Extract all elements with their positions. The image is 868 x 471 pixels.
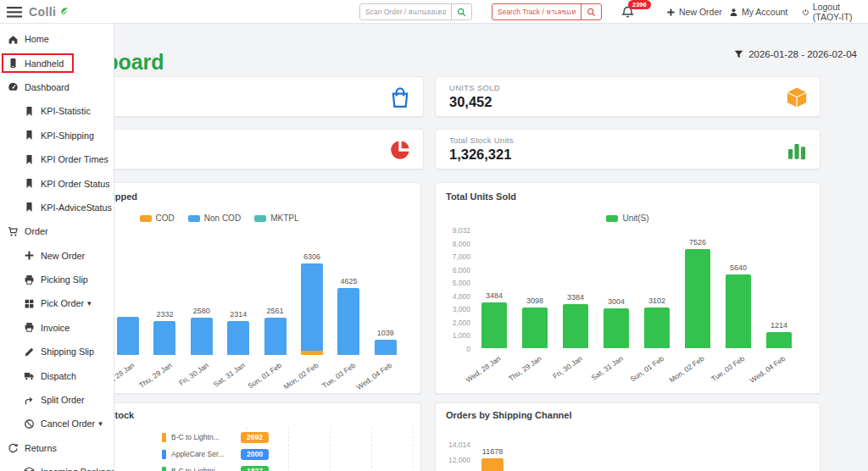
sidebar-item-label: New Order — [41, 251, 85, 261]
bar-chart-icon — [786, 139, 808, 161]
chart-bar — [301, 263, 323, 355]
main-content: Dashboard 2026-01-28 - 2026-02-04 UNITS … — [0, 24, 868, 471]
leaf-icon — [58, 7, 69, 17]
new-order-button[interactable]: New Order — [666, 0, 722, 24]
stock-list-item[interactable]: B-C to Lightni...1827 — [162, 464, 269, 471]
sidebar-item-order[interactable]: Order — [0, 219, 114, 243]
sidebar-item-kpi-statistic[interactable]: KPI-Statistic — [0, 99, 114, 123]
x-axis-label: Thu, 29 Jan — [507, 354, 543, 383]
shipping-channel-plot: 11678 — [436, 403, 820, 471]
sidebar-item-label: Split Order — [41, 395, 85, 405]
sidebar-item-label: Invoice — [41, 323, 70, 333]
search-icon — [587, 8, 596, 17]
sidebar-item-label: KPI Order Times — [41, 154, 108, 164]
sidebar-item-incoming-package[interactable]: Incoming Package — [0, 460, 114, 471]
gridline — [330, 427, 331, 471]
sidebar-item-new-order[interactable]: New Order — [0, 244, 114, 268]
sidebar-item-shipping-slip[interactable]: Shipping Slip — [0, 340, 114, 363]
series-chip — [162, 467, 166, 471]
sidebar-item-home[interactable]: Home — [0, 27, 114, 51]
scan-order-search-box — [359, 3, 472, 20]
bar-value-label: 5640 — [718, 263, 759, 272]
bar-value-label: 1214 — [759, 321, 799, 330]
gridline — [288, 427, 289, 471]
x-axis-label: Sat, 31 Jan — [590, 354, 625, 382]
sidebar-item-returns[interactable]: Returns — [0, 436, 114, 460]
stock-item-label: B-C to Lightni... — [171, 467, 237, 471]
search-track-search-button[interactable] — [581, 4, 601, 19]
sidebar-item-label: Returns — [25, 443, 57, 453]
bar-value-label: 3098 — [515, 296, 555, 305]
series-chip — [162, 433, 166, 442]
sidebar-item-split-order[interactable]: Split Order — [0, 388, 114, 412]
units-sold-plot: 3484Wed, 28 Jan3098Thu, 29 Jan3384Fri, 3… — [436, 183, 820, 393]
sidebar-item-picking-slip[interactable]: Picking Slip — [0, 268, 114, 291]
truck-icon — [24, 370, 35, 381]
kpi-label: Total Stock Units — [449, 136, 514, 145]
sidebar-item-dispatch[interactable]: Dispatch — [0, 363, 114, 387]
kpi-value: 30,452 — [449, 94, 500, 110]
stock-value-badge: 1827 — [241, 466, 269, 471]
chart-bar — [153, 321, 175, 355]
sidebar-item-kpi-order-times[interactable]: KPI Order Times — [0, 147, 114, 171]
cart-icon — [8, 226, 19, 237]
sidebar-item-cancel-order[interactable]: Cancel Order▾ — [0, 412, 114, 435]
scan-order-input[interactable] — [360, 4, 451, 19]
hamburger-menu-button[interactable] — [7, 0, 22, 24]
cube-icon — [786, 86, 808, 108]
sidebar-item-invoice[interactable]: Invoice — [0, 316, 114, 340]
sidebar-item-pick-order[interactable]: Pick Order▾ — [0, 291, 114, 315]
bookmark-icon — [24, 178, 35, 189]
x-axis-label: Fri, 30 Jan — [177, 361, 210, 387]
sidebar-item-kpi-advicestatus[interactable]: KPI-AdviceStatus — [0, 196, 114, 219]
search-track-input[interactable] — [492, 4, 581, 19]
x-axis-label: Mon, 02 Feb — [668, 354, 706, 385]
cod-segment — [301, 351, 323, 355]
home-icon — [8, 34, 19, 45]
sidebar: HomeHandheldDashboardKPI-StatisticKPI-Sh… — [0, 24, 114, 471]
ban-icon — [24, 418, 35, 429]
x-axis-label: Sat, 31 Jan — [212, 361, 247, 389]
notifications-button[interactable]: 2396 — [621, 0, 634, 24]
shopping-bag-icon — [389, 86, 411, 108]
pen-icon — [24, 346, 35, 357]
my-account-button[interactable]: My Account — [729, 0, 787, 24]
kpi-card-units-sold: UNITS SOLD 30,452 — [435, 76, 821, 117]
sidebar-item-label: KPI Order Status — [41, 179, 110, 189]
plus-icon — [666, 8, 676, 17]
chart-bar — [604, 308, 629, 348]
sidebar-item-dashboard[interactable]: Dashboard — [0, 75, 114, 99]
person-icon — [729, 8, 738, 17]
logo[interactable]: Colli — [29, 0, 69, 24]
chart-bar — [481, 458, 504, 471]
x-axis-label: Tue, 03 Feb — [710, 354, 747, 383]
date-range-filter[interactable]: 2026-01-28 - 2026-02-04 — [734, 49, 857, 59]
sidebar-item-label: KPI-Shipping — [41, 130, 94, 141]
sidebar-item-kpi-order-status[interactable]: KPI Order Status — [0, 171, 114, 195]
my-account-label: My Account — [742, 7, 787, 17]
sidebar-item-label: KPI-Statistic — [41, 106, 91, 116]
sidebar-item-handheld[interactable]: Handheld — [0, 51, 114, 75]
sidebar-item-label: Pick Order — [41, 298, 84, 308]
chart-bar — [117, 317, 139, 355]
x-axis-label: Sun, 01 Feb — [628, 354, 665, 384]
sidebar-item-label: Dashboard — [25, 82, 70, 92]
scan-order-search-button[interactable] — [451, 4, 471, 19]
new-order-label: New Order — [679, 7, 722, 17]
bar-value-label: 3004 — [596, 297, 637, 306]
sidebar-item-kpi-shipping[interactable]: KPI-Shipping — [0, 124, 114, 147]
search-icon — [457, 8, 466, 17]
navbar: Colli 2396 New Order My Account Logout (… — [0, 0, 868, 24]
bookmark-icon — [24, 154, 35, 165]
bar-value-label: 4625 — [328, 277, 369, 285]
pie-chart-icon — [389, 139, 411, 161]
chart-bar — [227, 321, 249, 355]
stock-list-item[interactable]: B-C to Lightn...2692 — [162, 430, 269, 444]
bar-value-label: 3484 — [474, 291, 515, 300]
kpi-card-stock-units: Total Stock Units 1,326,321 — [435, 129, 821, 169]
x-axis-label: Sun, 01 Feb — [247, 361, 284, 391]
logout-button[interactable]: Logout (TAOY-IT) — [802, 0, 868, 24]
printer-icon — [24, 274, 35, 285]
stock-list-item[interactable]: AppleCare Ser...2000 — [162, 447, 269, 461]
gridline — [371, 427, 372, 471]
